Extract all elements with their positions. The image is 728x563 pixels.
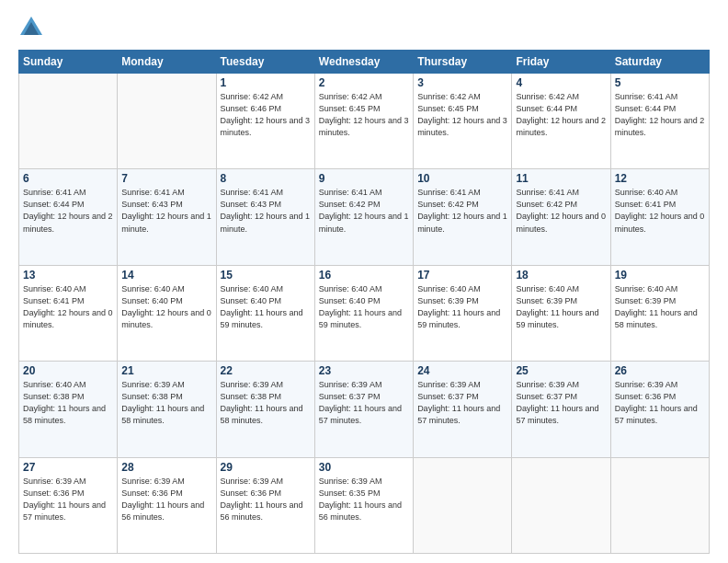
calendar-cell: 11Sunrise: 6:41 AM Sunset: 6:42 PM Dayli…: [512, 169, 610, 265]
day-detail: Sunrise: 6:39 AM Sunset: 6:35 PM Dayligh…: [319, 476, 409, 523]
day-detail: Sunrise: 6:39 AM Sunset: 6:36 PM Dayligh…: [23, 476, 113, 523]
calendar-cell: 18Sunrise: 6:40 AM Sunset: 6:39 PM Dayli…: [512, 265, 610, 361]
calendar-week-row: 6Sunrise: 6:41 AM Sunset: 6:44 PM Daylig…: [19, 169, 710, 265]
calendar-cell: 16Sunrise: 6:40 AM Sunset: 6:40 PM Dayli…: [314, 265, 413, 361]
day-detail: Sunrise: 6:39 AM Sunset: 6:36 PM Dayligh…: [221, 476, 311, 523]
day-detail: Sunrise: 6:39 AM Sunset: 6:37 PM Dayligh…: [319, 379, 409, 427]
day-number: 3: [417, 76, 507, 89]
day-number: 19: [615, 269, 705, 282]
day-detail: Sunrise: 6:41 AM Sunset: 6:44 PM Dayligh…: [23, 187, 113, 235]
calendar-cell: [118, 74, 216, 169]
day-detail: Sunrise: 6:41 AM Sunset: 6:42 PM Dayligh…: [516, 187, 606, 235]
day-number: 22: [221, 364, 311, 377]
calendar-day-header: Sunday: [19, 51, 118, 74]
calendar-cell: 27Sunrise: 6:39 AM Sunset: 6:36 PM Dayli…: [19, 457, 118, 553]
calendar-cell: 8Sunrise: 6:41 AM Sunset: 6:43 PM Daylig…: [216, 169, 314, 265]
day-number: 7: [121, 172, 211, 185]
day-number: 17: [417, 269, 507, 282]
calendar-cell: 23Sunrise: 6:39 AM Sunset: 6:37 PM Dayli…: [314, 362, 413, 457]
calendar-day-header: Friday: [512, 51, 610, 74]
calendar-cell: 1Sunrise: 6:42 AM Sunset: 6:46 PM Daylig…: [216, 74, 314, 169]
day-number: 26: [615, 364, 705, 377]
calendar-cell: 30Sunrise: 6:39 AM Sunset: 6:35 PM Dayli…: [314, 457, 413, 553]
day-detail: Sunrise: 6:39 AM Sunset: 6:36 PM Dayligh…: [121, 476, 211, 523]
day-detail: Sunrise: 6:39 AM Sunset: 6:38 PM Dayligh…: [221, 379, 311, 427]
calendar-cell: 25Sunrise: 6:39 AM Sunset: 6:37 PM Dayli…: [512, 362, 610, 457]
day-detail: Sunrise: 6:40 AM Sunset: 6:40 PM Dayligh…: [319, 283, 409, 331]
day-number: 24: [417, 364, 507, 377]
day-detail: Sunrise: 6:41 AM Sunset: 6:42 PM Dayligh…: [319, 187, 409, 235]
day-number: 12: [615, 172, 705, 185]
calendar-cell: 26Sunrise: 6:39 AM Sunset: 6:36 PM Dayli…: [610, 362, 709, 457]
day-number: 28: [121, 461, 211, 474]
calendar-day-header: Wednesday: [314, 51, 413, 74]
day-number: 2: [319, 76, 409, 89]
calendar-cell: [19, 74, 118, 169]
logo: [18, 15, 48, 40]
calendar-day-header: Saturday: [610, 51, 709, 74]
calendar-cell: 15Sunrise: 6:40 AM Sunset: 6:40 PM Dayli…: [216, 265, 314, 361]
calendar-week-row: 27Sunrise: 6:39 AM Sunset: 6:36 PM Dayli…: [19, 457, 710, 553]
day-detail: Sunrise: 6:40 AM Sunset: 6:41 PM Dayligh…: [615, 187, 705, 235]
calendar-cell: 9Sunrise: 6:41 AM Sunset: 6:42 PM Daylig…: [314, 169, 413, 265]
day-number: 23: [319, 364, 409, 377]
calendar-cell: 12Sunrise: 6:40 AM Sunset: 6:41 PM Dayli…: [610, 169, 709, 265]
day-number: 14: [121, 269, 211, 282]
day-detail: Sunrise: 6:41 AM Sunset: 6:43 PM Dayligh…: [121, 187, 211, 235]
day-detail: Sunrise: 6:39 AM Sunset: 6:37 PM Dayligh…: [417, 379, 507, 427]
day-number: 1: [221, 76, 311, 89]
day-detail: Sunrise: 6:40 AM Sunset: 6:39 PM Dayligh…: [417, 283, 507, 331]
calendar-cell: 7Sunrise: 6:41 AM Sunset: 6:43 PM Daylig…: [118, 169, 216, 265]
day-number: 20: [23, 364, 113, 377]
calendar-cell: 4Sunrise: 6:42 AM Sunset: 6:44 PM Daylig…: [512, 74, 610, 169]
day-number: 11: [516, 172, 606, 185]
day-detail: Sunrise: 6:40 AM Sunset: 6:40 PM Dayligh…: [121, 283, 211, 331]
day-number: 13: [23, 269, 113, 282]
day-number: 21: [121, 364, 211, 377]
calendar-cell: 17Sunrise: 6:40 AM Sunset: 6:39 PM Dayli…: [414, 265, 512, 361]
day-detail: Sunrise: 6:42 AM Sunset: 6:45 PM Dayligh…: [319, 91, 409, 139]
day-detail: Sunrise: 6:40 AM Sunset: 6:38 PM Dayligh…: [23, 379, 113, 427]
calendar-day-header: Tuesday: [216, 51, 314, 74]
day-number: 4: [516, 76, 606, 89]
calendar-cell: [414, 457, 512, 553]
calendar-cell: 20Sunrise: 6:40 AM Sunset: 6:38 PM Dayli…: [19, 362, 118, 457]
day-detail: Sunrise: 6:39 AM Sunset: 6:38 PM Dayligh…: [121, 379, 211, 427]
day-number: 18: [516, 269, 606, 282]
logo-icon: [18, 15, 44, 40]
calendar-cell: 10Sunrise: 6:41 AM Sunset: 6:42 PM Dayli…: [414, 169, 512, 265]
day-detail: Sunrise: 6:39 AM Sunset: 6:37 PM Dayligh…: [516, 379, 606, 427]
calendar-header-row: SundayMondayTuesdayWednesdayThursdayFrid…: [19, 51, 710, 74]
day-detail: Sunrise: 6:40 AM Sunset: 6:41 PM Dayligh…: [23, 283, 113, 331]
day-detail: Sunrise: 6:41 AM Sunset: 6:43 PM Dayligh…: [221, 187, 311, 235]
calendar-week-row: 20Sunrise: 6:40 AM Sunset: 6:38 PM Dayli…: [19, 362, 710, 457]
calendar-day-header: Thursday: [414, 51, 512, 74]
calendar-cell: 6Sunrise: 6:41 AM Sunset: 6:44 PM Daylig…: [19, 169, 118, 265]
day-number: 5: [615, 76, 705, 89]
day-detail: Sunrise: 6:40 AM Sunset: 6:40 PM Dayligh…: [221, 283, 311, 331]
calendar-cell: 29Sunrise: 6:39 AM Sunset: 6:36 PM Dayli…: [216, 457, 314, 553]
day-number: 10: [417, 172, 507, 185]
calendar-week-row: 13Sunrise: 6:40 AM Sunset: 6:41 PM Dayli…: [19, 265, 710, 361]
calendar-cell: 5Sunrise: 6:41 AM Sunset: 6:44 PM Daylig…: [610, 74, 709, 169]
calendar-cell: 28Sunrise: 6:39 AM Sunset: 6:36 PM Dayli…: [118, 457, 216, 553]
day-number: 25: [516, 364, 606, 377]
calendar-cell: 21Sunrise: 6:39 AM Sunset: 6:38 PM Dayli…: [118, 362, 216, 457]
day-detail: Sunrise: 6:42 AM Sunset: 6:44 PM Dayligh…: [516, 91, 606, 139]
header: [18, 15, 710, 40]
day-detail: Sunrise: 6:40 AM Sunset: 6:39 PM Dayligh…: [516, 283, 606, 331]
day-detail: Sunrise: 6:39 AM Sunset: 6:36 PM Dayligh…: [615, 379, 705, 427]
calendar-day-header: Monday: [118, 51, 216, 74]
day-number: 16: [319, 269, 409, 282]
day-detail: Sunrise: 6:42 AM Sunset: 6:45 PM Dayligh…: [417, 91, 507, 139]
calendar-cell: 24Sunrise: 6:39 AM Sunset: 6:37 PM Dayli…: [414, 362, 512, 457]
page: SundayMondayTuesdayWednesdayThursdayFrid…: [0, 0, 728, 563]
calendar-table: SundayMondayTuesdayWednesdayThursdayFrid…: [18, 50, 710, 554]
calendar-cell: 19Sunrise: 6:40 AM Sunset: 6:39 PM Dayli…: [610, 265, 709, 361]
day-detail: Sunrise: 6:42 AM Sunset: 6:46 PM Dayligh…: [221, 91, 311, 139]
day-detail: Sunrise: 6:41 AM Sunset: 6:44 PM Dayligh…: [615, 91, 705, 139]
day-number: 29: [221, 461, 311, 474]
day-detail: Sunrise: 6:40 AM Sunset: 6:39 PM Dayligh…: [615, 283, 705, 331]
calendar-cell: 14Sunrise: 6:40 AM Sunset: 6:40 PM Dayli…: [118, 265, 216, 361]
day-number: 8: [221, 172, 311, 185]
